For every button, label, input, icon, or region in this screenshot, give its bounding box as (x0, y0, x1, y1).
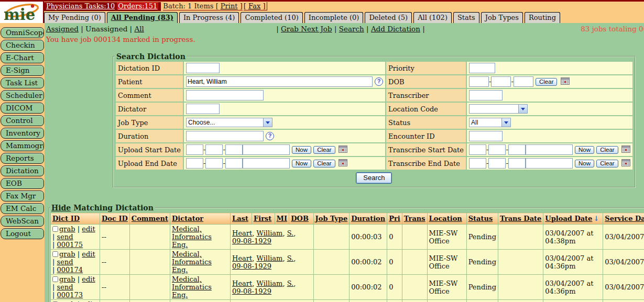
clear-button[interactable]: Clear (536, 78, 557, 86)
sidebar-item-inventory[interactable]: Inventory (1, 128, 44, 139)
column-link-first[interactable]: First (254, 215, 271, 222)
tab-all-102[interactable]: All (102) (413, 12, 452, 23)
action-add-dictation[interactable]: Add Dictation (371, 25, 420, 33)
tab-completed-10[interactable]: Completed (10) (241, 12, 302, 23)
edit-link[interactable]: edit (82, 275, 95, 283)
column-link-dictator[interactable]: Dictator (172, 215, 203, 222)
upload-start-date-input-3[interactable] (225, 144, 243, 155)
tab-incomplete-0[interactable]: Incomplete (0) (304, 12, 364, 23)
dob-input-1[interactable] (469, 76, 489, 87)
send-link[interactable]: send (57, 233, 73, 241)
tab-stats[interactable]: Stats (453, 12, 479, 23)
tab-job-types[interactable]: Job Types (481, 12, 523, 23)
patient-dob-link[interactable]: 09-08-1929 (232, 237, 271, 245)
edit-link[interactable]: edit (82, 250, 95, 258)
now-button[interactable]: Now (575, 160, 594, 167)
patient-mi-link[interactable]: S. (287, 279, 294, 287)
sidebar-item-dicom[interactable]: DICOM (1, 103, 44, 114)
column-link-service-date[interactable]: Service Date (605, 215, 644, 222)
upload-start-date-input-2[interactable] (205, 144, 223, 155)
patient-first-link[interactable]: William (257, 279, 283, 287)
patient-dob-link[interactable]: 09-08-1929 (232, 287, 271, 295)
sidebar-item-task-list[interactable]: Task List (1, 77, 44, 88)
dict-id-link[interactable]: 000173 (57, 291, 83, 299)
now-button[interactable]: Now (292, 160, 311, 167)
calendar-icon[interactable] (621, 146, 630, 154)
upload-end-date-input-4[interactable] (243, 158, 290, 169)
upload-start-date-input-1[interactable] (186, 144, 203, 155)
help-icon[interactable]: ? (266, 132, 274, 140)
column-link-upload-date[interactable]: Upload Date (545, 215, 592, 222)
grab-link[interactable]: grab (59, 250, 75, 258)
calendar-icon[interactable] (561, 77, 570, 86)
dob-input-2[interactable] (491, 76, 511, 87)
sidebar-item-em-calc[interactable]: EM Calc (1, 203, 44, 214)
hide-link[interactable]: Hide (51, 204, 71, 212)
clear-button[interactable]: Clear (313, 160, 335, 167)
column-link-dict-id[interactable]: Dict ID (52, 215, 80, 222)
transcribe-end-date-input-1[interactable] (469, 158, 486, 169)
sidebar-item-control[interactable]: Control (1, 115, 44, 126)
sidebar-item-eob[interactable]: EOB (1, 178, 44, 189)
help-icon[interactable]: ? (375, 77, 383, 86)
column-link-mi[interactable]: MI (277, 215, 287, 222)
filter-unassigned[interactable]: Unassigned (85, 25, 127, 33)
transcribe-start-date-input-1[interactable] (469, 144, 486, 155)
transcribe-end-date-input-4[interactable] (526, 158, 573, 169)
status-select[interactable]: All (469, 118, 511, 127)
duration-input[interactable] (186, 131, 264, 141)
patient-first-link[interactable]: William (257, 254, 283, 262)
dictator-link[interactable]: Medical, Informatics Eng. (172, 275, 212, 299)
sidebar-item-checkin[interactable]: Checkin (1, 40, 44, 51)
dictator-link[interactable]: Medical, Informatics Eng. (172, 250, 212, 274)
column-link-duration[interactable]: Duration (351, 215, 385, 222)
sidebar-item-mammogra[interactable]: Mammogra (1, 140, 44, 151)
dict-id-link[interactable]: 000175 (57, 241, 83, 249)
upload-end-date-input-2[interactable] (205, 158, 223, 169)
send-link[interactable]: send (57, 258, 73, 266)
now-button[interactable]: Now (292, 146, 311, 154)
column-link-trans-date[interactable]: Trans Date (500, 215, 541, 222)
patient-last-link[interactable]: Heart (232, 229, 252, 237)
row-checkbox[interactable] (52, 226, 58, 232)
patient-last-link[interactable]: Heart (232, 279, 252, 287)
search-button[interactable]: Search (356, 172, 392, 184)
sidebar-item-e-chart[interactable]: E-Chart (1, 52, 44, 63)
filter-assigned[interactable]: Assigned (46, 25, 79, 33)
calendar-icon[interactable] (621, 159, 630, 168)
sidebar-item-scheduler[interactable]: Scheduler (1, 90, 44, 101)
dictator-link[interactable]: Medical, Informatics Eng. (172, 225, 212, 249)
action-search[interactable]: Search (339, 25, 364, 33)
location-code-select[interactable] (469, 104, 528, 114)
patient-last-link[interactable]: Heart (232, 254, 252, 262)
grab-link[interactable]: grab (59, 225, 75, 233)
patient-mi-link[interactable]: S. (287, 254, 294, 262)
edit-link[interactable]: edit (82, 225, 95, 233)
dict-id-link[interactable]: 000174 (57, 266, 83, 274)
patient-dob-link[interactable]: 09-08-1929 (232, 262, 271, 270)
sidebar-item-reports[interactable]: Reports (1, 153, 44, 164)
sidebar-item-dictation[interactable]: Dictation (1, 165, 44, 176)
upload-end-date-input-3[interactable] (225, 158, 243, 169)
column-link-job-type[interactable]: Job Type (315, 215, 348, 222)
patient-input[interactable] (186, 76, 373, 87)
action-grab-next-job[interactable]: Grab Next Job (281, 25, 332, 33)
column-link-last[interactable]: Last (232, 215, 248, 222)
tab-all-pending-83[interactable]: All Pending (83) (107, 12, 178, 23)
sidebar-item-webscan[interactable]: WebScan (1, 216, 44, 227)
tab-in-progress-4[interactable]: In Progress (4) (179, 12, 239, 23)
transcribe-end-date-input-3[interactable] (508, 158, 526, 169)
transcriber-input[interactable] (469, 90, 503, 100)
upload-start-date-input-4[interactable] (243, 144, 290, 155)
mie-logo[interactable]: mie (0, 2, 44, 23)
tab-routing[interactable]: Routing (525, 12, 560, 23)
clear-button[interactable]: Clear (596, 146, 618, 154)
patient-mi-link[interactable]: S. (287, 229, 294, 237)
priority-input[interactable] (469, 63, 495, 73)
sidebar-item-e-sign[interactable]: E-Sign (1, 65, 44, 76)
column-link-pri[interactable]: Pri (389, 215, 400, 222)
dictation-id-input[interactable] (186, 63, 220, 73)
job-type-select[interactable]: Choose... (186, 118, 272, 127)
filter-all[interactable]: All (134, 25, 144, 33)
comment-input[interactable] (186, 90, 264, 100)
